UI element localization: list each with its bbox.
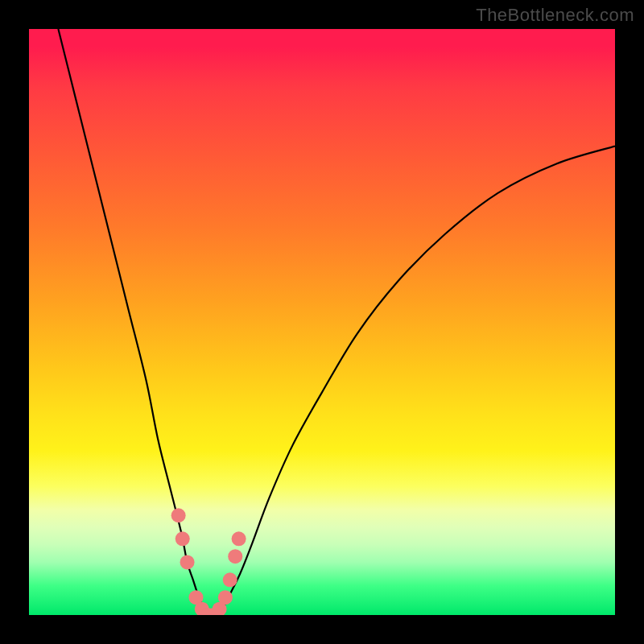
chart-frame: TheBottleneck.com xyxy=(0,0,644,644)
data-marker xyxy=(175,531,190,546)
data-marker xyxy=(180,555,195,569)
data-marker xyxy=(223,572,237,587)
markers-layer xyxy=(29,29,615,615)
watermark-text: TheBottleneck.com xyxy=(476,5,634,26)
data-marker xyxy=(232,531,246,546)
data-marker xyxy=(171,508,186,522)
plot-area xyxy=(29,29,615,615)
data-markers xyxy=(171,508,246,615)
data-marker xyxy=(228,549,242,564)
data-marker xyxy=(218,590,233,605)
